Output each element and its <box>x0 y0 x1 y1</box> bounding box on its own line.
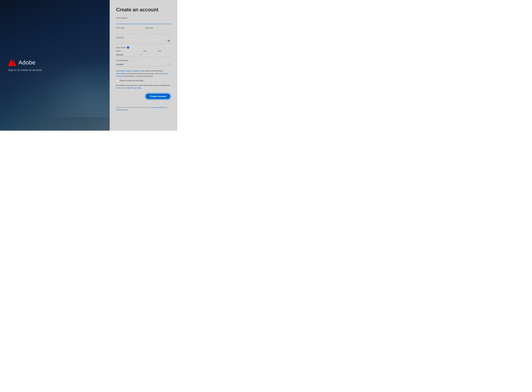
first-name-group: First name <box>116 27 142 34</box>
contact-checkbox-row: Please contact me via email <box>116 79 171 82</box>
country-section: Country/Region Canada United States Unit… <box>116 59 171 66</box>
dob-label-row: Date of birth i <box>116 46 171 49</box>
email-field[interactable] <box>116 20 171 24</box>
terms-of-use-link[interactable]: Terms of Use <box>116 87 126 89</box>
adobe-brand: Adobe <box>8 59 102 66</box>
first-name-field[interactable] <box>116 30 142 34</box>
email-label: Email address <box>116 17 171 19</box>
name-row: First name Last name <box>116 27 171 37</box>
country-select[interactable]: Canada United States United Kingdom Aust… <box>116 62 171 66</box>
password-wrapper <box>116 39 171 44</box>
month-sublabel: Month <box>116 50 142 52</box>
recaptcha-text: Protected by reCAPTCHA and subject to th… <box>116 106 171 111</box>
adobe-wordmark: Adobe <box>19 59 35 66</box>
month-select-wrapper: January February March April May June Ju… <box>116 53 142 57</box>
password-toggle-icon[interactable] <box>167 40 170 42</box>
password-field[interactable] <box>116 39 171 44</box>
last-name-group: Last name <box>145 27 171 34</box>
year-field[interactable] <box>158 52 171 57</box>
day-field[interactable] <box>144 52 156 57</box>
country-label: Country/Region <box>116 59 171 61</box>
create-account-button[interactable]: Create account <box>145 93 171 100</box>
dob-month-col: Month January February March April May J… <box>116 50 142 57</box>
create-account-form: Create an account Email address First na… <box>110 0 177 131</box>
privacy-policy-terms-link[interactable]: Privacy Policy <box>131 87 141 89</box>
svg-marker-1 <box>12 59 16 66</box>
dob-info-icon[interactable]: i <box>127 46 129 49</box>
dob-section: Date of birth i Month January February M… <box>116 46 171 57</box>
adobe-family-link[interactable]: Adobe family of companies <box>120 70 141 72</box>
email-group: Email address <box>116 17 171 24</box>
country-select-wrapper: Canada United States United Kingdom Aust… <box>116 62 171 66</box>
divider <box>116 104 171 104</box>
adobe-logo-icon <box>8 59 16 66</box>
dob-day-col: Day <box>144 50 156 57</box>
svg-marker-0 <box>8 59 13 66</box>
personalized-link[interactable]: personalized <box>116 73 126 75</box>
password-group: Password <box>116 37 171 44</box>
dob-row: Month January February March April May J… <box>116 50 171 57</box>
terms-text: By clicking Create account, I agree that… <box>116 84 171 89</box>
dob-year-col: Year <box>158 50 171 57</box>
first-name-label: First name <box>116 27 142 29</box>
day-sublabel: Day <box>144 50 156 52</box>
consent-text: The Adobe family of companies may keep m… <box>116 70 171 78</box>
dob-label: Date of birth <box>116 47 126 49</box>
form-title: Create an account <box>116 7 171 13</box>
tagline: Sign in or create an account <box>8 69 102 72</box>
contact-checkbox[interactable] <box>116 79 118 82</box>
recaptcha-terms-link[interactable]: Terms of Service <box>116 109 128 111</box>
contact-checkbox-label: Please contact me via email <box>120 79 143 82</box>
month-select[interactable]: January February March April May June Ju… <box>116 53 142 57</box>
year-sublabel: Year <box>158 50 171 52</box>
recaptcha-privacy-link[interactable]: Privacy Policy <box>154 107 164 108</box>
last-name-field[interactable] <box>145 30 171 34</box>
left-panel: Adobe Sign in or create an account <box>0 0 110 131</box>
create-btn-row: Create account <box>116 93 171 100</box>
last-name-label: Last name <box>145 27 171 29</box>
password-label: Password <box>116 37 171 39</box>
